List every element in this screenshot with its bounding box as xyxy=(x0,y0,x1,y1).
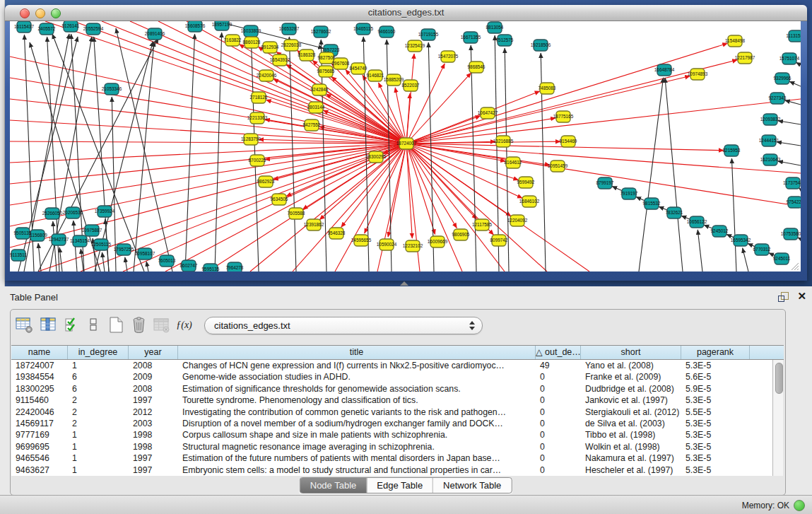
table-mode-settings-icon[interactable] xyxy=(15,315,34,334)
tab-network-table[interactable]: Network Table xyxy=(433,478,511,493)
graph-node-label: 16543912 xyxy=(270,57,290,62)
select-all-rows-icon[interactable] xyxy=(63,315,82,334)
table-cell: 2 xyxy=(68,418,129,429)
table-row[interactable]: 1938455462009Genome-wide association stu… xyxy=(11,371,772,382)
graph-node-label: 9146821 xyxy=(367,73,384,78)
graph-node-label: 2718126 xyxy=(250,95,268,100)
column-header[interactable]: pagerank xyxy=(681,346,750,359)
scrollbar-thumb[interactable] xyxy=(775,363,783,394)
float-panel-icon[interactable] xyxy=(778,291,789,303)
table-row[interactable]: 911546021997Tourette syndrome. Phenomeno… xyxy=(11,395,772,406)
table-scrollbar[interactable] xyxy=(772,360,783,476)
graph-node-label: 9245012 xyxy=(711,228,729,233)
graph-edge xyxy=(778,121,801,124)
graph-node-label: 8522037 xyxy=(402,83,420,88)
memory-ok-indicator-icon[interactable] xyxy=(794,500,805,511)
table-row[interactable]: 977716911998Corpus callosum shape and si… xyxy=(11,429,772,440)
column-header[interactable]: title xyxy=(178,346,536,359)
close-panel-icon[interactable]: ✕ xyxy=(797,291,806,302)
graph-node-label: 8099742 xyxy=(490,238,508,243)
table-row[interactable]: 2242004622012Investigating the contribut… xyxy=(11,407,772,418)
network-graph[interactable]: 1611543724055729126141205525942089140615… xyxy=(10,21,801,271)
graph-node-label: 8427552 xyxy=(303,122,321,127)
table-cell: 6 xyxy=(68,383,129,395)
resize-grip-icon[interactable] xyxy=(792,263,799,270)
create-table-icon[interactable] xyxy=(107,315,126,334)
table-cell: 0 xyxy=(536,407,581,418)
graph-node-label: 12093832 xyxy=(760,117,781,122)
table-row[interactable]: 946362711997Embryonic stem cells: a mode… xyxy=(11,465,772,476)
column-header[interactable]: name xyxy=(11,346,68,359)
table-cell: 1997 xyxy=(129,465,178,476)
table-header-row: namein_degreeyeartitle△ out_de…shortpage… xyxy=(11,345,784,360)
graph-node-label: 8700225 xyxy=(249,158,266,163)
table-cell: 9115460 xyxy=(11,395,68,406)
delete-table-icon[interactable] xyxy=(129,315,148,334)
import-table-disabled-icon xyxy=(152,315,171,334)
graph-node-label: 11548498 xyxy=(725,38,745,43)
tab-node-table[interactable]: Node Table xyxy=(300,478,367,493)
graph-node-label: 7832621 xyxy=(666,210,683,215)
table-cell: 5.3E-5 xyxy=(681,360,750,371)
graph-node-label: 12325419 xyxy=(405,43,425,48)
graph-node-label: 12942737 xyxy=(49,237,69,242)
table-cell: 9465546 xyxy=(11,452,68,464)
graph-node-label: 11131583 xyxy=(786,33,801,38)
graph-node-label: 16595342 xyxy=(731,238,751,243)
graph-node-label: 17957255 xyxy=(114,247,134,252)
graph-edge xyxy=(406,118,555,144)
graph-node-label: 25266050 xyxy=(42,211,63,216)
tab-edge-table[interactable]: Edge Table xyxy=(366,478,433,493)
window-titlebar[interactable]: citations_edges.txt xyxy=(5,5,807,21)
graph-node-label: 12213363 xyxy=(247,115,268,120)
table-row[interactable]: 946554611997Estimation of the future num… xyxy=(11,452,772,464)
network-canvas[interactable]: 1611543724055729126141205525942089140615… xyxy=(10,21,801,271)
graph-node-label: 16115437 xyxy=(14,24,34,29)
table-row[interactable]: 1830029562008Estimation of significance … xyxy=(11,383,772,395)
graph-node-label: 9595135 xyxy=(202,267,220,271)
row-height-icon[interactable] xyxy=(84,315,103,334)
function-builder-icon[interactable]: ƒ(x) xyxy=(175,315,194,334)
graph-node-label: 8186328 xyxy=(298,52,316,57)
graph-node-label: 9154469 xyxy=(560,139,577,144)
graph-edge xyxy=(59,247,62,271)
graph-edge xyxy=(406,144,505,271)
graph-edge xyxy=(10,99,406,144)
graph-node-label: 17359924 xyxy=(95,209,115,214)
table-row[interactable]: 969969511998Structural magnetic resonanc… xyxy=(11,441,772,452)
graph-node-label: 16648784 xyxy=(654,67,675,72)
memory-status-label: Memory: OK xyxy=(742,501,789,510)
table-selector-dropdown[interactable]: citations_edges.txt xyxy=(204,317,483,334)
graph-node-label: 8813054 xyxy=(486,25,504,30)
network-window: citations_edges.txt 16115437240557291261… xyxy=(5,5,807,281)
column-header[interactable]: short xyxy=(581,346,681,359)
table-cell: Estimation of the future numbers of pati… xyxy=(178,452,536,464)
graph-node-label: 7605013 xyxy=(158,258,176,263)
column-header[interactable]: △ out_de… xyxy=(536,346,581,359)
graph-node-label: 9827508 xyxy=(318,55,336,60)
column-header[interactable]: in_degree xyxy=(68,346,129,359)
cytoscape-app: citations_edges.txt 16115437240557291261… xyxy=(0,0,812,514)
graph-node-label: 12391862 xyxy=(304,222,324,227)
graph-edge xyxy=(665,78,683,271)
graph-node-label: 14595655 xyxy=(351,238,372,243)
graph-edge xyxy=(10,144,406,184)
column-header[interactable]: year xyxy=(129,346,178,359)
graph-edge xyxy=(250,144,406,271)
table-cell: Investigating the contribution of common… xyxy=(178,407,536,418)
table-row[interactable]: 1456911722003Disruption of a novel membe… xyxy=(11,418,772,429)
split-divider-grip[interactable] xyxy=(400,281,408,286)
table-cell: Jankovic et al. (1997) xyxy=(581,395,681,406)
table-cell: Franke et al. (2009) xyxy=(581,371,681,382)
table-cell: 5.3E-5 xyxy=(681,465,750,476)
graph-node-label: 8912934 xyxy=(261,45,279,49)
table-cell: Structural magnetic resonance image aver… xyxy=(178,441,536,452)
table-row[interactable]: 1872400712008Changes of HCN gene express… xyxy=(11,360,772,371)
table-cell: Nakamura et al. (1997) xyxy=(581,452,681,464)
table-cell: Tourette syndrome. Phenomenology and cla… xyxy=(178,395,536,406)
show-columns-icon[interactable] xyxy=(39,315,58,334)
table-cell: 2 xyxy=(68,395,129,406)
graph-node-label: 20552594 xyxy=(83,26,104,31)
table-cell: 5.3E-5 xyxy=(681,418,750,429)
table-cell: 0 xyxy=(536,371,581,382)
